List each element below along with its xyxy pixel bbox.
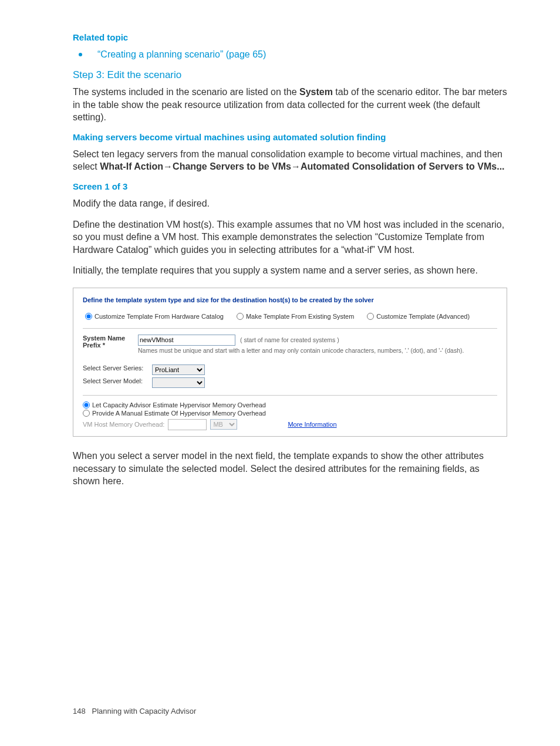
what-if-action-bold: What-If Action: [100, 161, 163, 171]
making-paragraph: Select ten legacy servers from the manua…: [73, 148, 507, 173]
select-series-label: Select Server Series:: [83, 364, 147, 372]
template-definition-panel: Define the template system type and size…: [73, 288, 507, 437]
text: The systems included in the scenario are…: [73, 87, 299, 97]
screen1-p2: Define the destination VM host(s). This …: [73, 218, 507, 256]
chapter-title: Planning with Capacity Advisor: [92, 707, 197, 715]
radio-label: Customize Template From Hardware Catalog: [95, 313, 224, 320]
radio-existing-system[interactable]: Make Template From Existing System: [237, 313, 354, 320]
divider: [83, 328, 497, 329]
arrow-icon: →: [163, 161, 173, 171]
change-servers-bold: Change Servers to be VMs: [173, 161, 291, 171]
radio-input[interactable]: [367, 313, 374, 320]
related-topic-list: “Creating a planning scenario” (page 65): [73, 49, 507, 60]
radio-label: Make Template From Existing System: [246, 313, 354, 320]
radio-label: Customize Template (Advanced): [376, 313, 470, 320]
select-server-series-row: Select Server Series: ProLiant: [83, 364, 497, 375]
memory-unit-select: MB: [210, 419, 237, 430]
related-topic-item: “Creating a planning scenario” (page 65): [73, 49, 507, 60]
radio-input[interactable]: [237, 313, 244, 320]
system-name-prefix-input[interactable]: [138, 335, 235, 346]
server-model-select[interactable]: [152, 377, 205, 388]
related-topic-link[interactable]: “Creating a planning scenario” (page 65): [97, 49, 266, 59]
arrow-icon: →: [291, 161, 301, 171]
related-topic-heading: Related topic: [73, 32, 507, 42]
panel-title: Define the template system type and size…: [83, 296, 497, 303]
divider: [83, 395, 497, 396]
page-footer: 148 Planning with Capacity Advisor: [73, 707, 196, 715]
automated-consolidation-bold: Automated Consolidation of Servers to VM…: [301, 161, 505, 171]
radio-label: Let Capacity Advisor Estimate Hypervisor…: [92, 401, 266, 409]
page-number: 148: [73, 707, 86, 715]
step3-paragraph: The systems included in the scenario are…: [73, 86, 507, 124]
memory-overhead-row: VM Host Memory Overhead: MB More Informa…: [83, 419, 497, 430]
step3-heading: Step 3: Edit the scenario: [73, 69, 507, 81]
after-paragraph: When you select a server model in the ne…: [73, 450, 507, 488]
select-server-model-row: Select Server Model:: [83, 377, 497, 388]
system-name-help: Names must be unique and start with a le…: [138, 347, 467, 354]
system-name-prefix-label: System Name Prefix *: [83, 335, 133, 349]
bullet-icon: [79, 53, 82, 56]
screen1-p1: Modify the data range, if desired.: [73, 197, 507, 210]
system-name-hint: ( start of name for created systems ): [240, 336, 339, 343]
memory-overhead-input: [168, 419, 207, 430]
template-source-radio-group: Customize Template From Hardware Catalog…: [83, 313, 497, 320]
radio-input[interactable]: [83, 410, 90, 417]
radio-label: Provide A Manual Estimate Of Hypervisor …: [92, 410, 266, 417]
radio-estimate-overhead[interactable]: Let Capacity Advisor Estimate Hypervisor…: [83, 401, 497, 409]
document-page: Related topic “Creating a planning scena…: [0, 0, 560, 746]
screen1-heading: Screen 1 of 3: [73, 181, 507, 191]
radio-input[interactable]: [83, 401, 90, 409]
system-name-prefix-row: System Name Prefix * ( start of name for…: [83, 335, 497, 354]
radio-input[interactable]: [85, 313, 92, 320]
more-information-link[interactable]: More Information: [288, 421, 336, 428]
radio-customize-catalog[interactable]: Customize Template From Hardware Catalog: [85, 313, 224, 320]
screen1-p3: Initially, the template requires that yo…: [73, 264, 507, 277]
radio-manual-overhead[interactable]: Provide A Manual Estimate Of Hypervisor …: [83, 410, 497, 417]
memory-overhead-label: VM Host Memory Overhead:: [83, 421, 164, 428]
radio-customize-advanced[interactable]: Customize Template (Advanced): [367, 313, 470, 320]
memory-overhead-radio-group: Let Capacity Advisor Estimate Hypervisor…: [83, 401, 497, 417]
making-servers-heading: Making servers become virtual machines u…: [73, 132, 507, 142]
server-series-select[interactable]: ProLiant: [152, 364, 205, 375]
system-tab-bold: System: [299, 87, 333, 97]
select-model-label: Select Server Model:: [83, 377, 147, 384]
